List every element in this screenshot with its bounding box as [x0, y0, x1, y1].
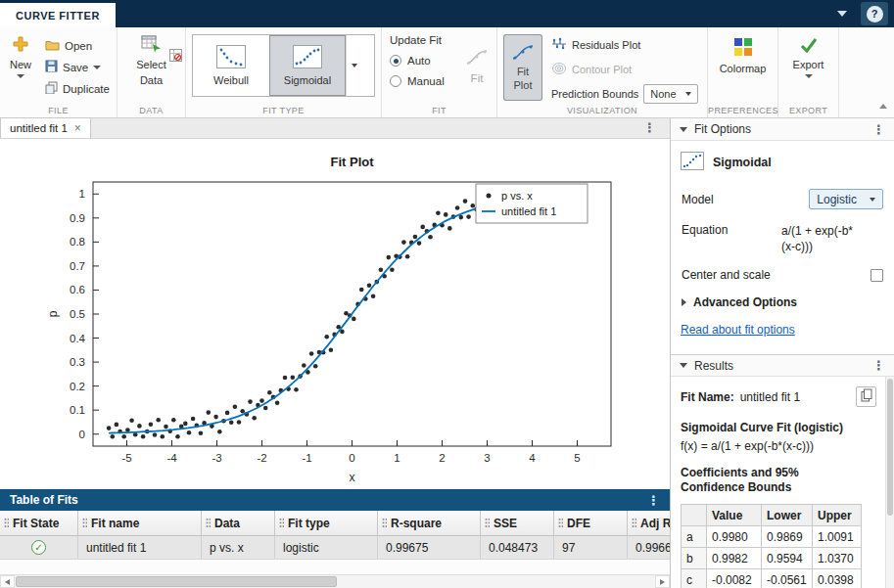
column-header-sse[interactable]: SSE — [481, 511, 554, 535]
svg-text:0: 0 — [349, 452, 354, 464]
fit-plot-panel: Fit Plot-5-4-3-2-101234500.10.20.30.40.5… — [0, 139, 670, 489]
colormap-button[interactable]: Colormap — [714, 34, 772, 78]
table-of-fits-empty-area — [0, 560, 670, 574]
scroll-left-button[interactable] — [0, 575, 15, 588]
drag-handle-icon[interactable] — [632, 518, 636, 528]
fit-plot-canvas: Fit Plot-5-4-3-2-101234500.10.20.30.40.5… — [0, 139, 670, 489]
drag-handle-icon[interactable] — [485, 518, 490, 528]
vertical-scrollbar[interactable] — [885, 377, 894, 588]
fit-plot-toggle[interactable]: Fit Plot — [503, 34, 542, 101]
new-button[interactable]: New — [6, 32, 35, 97]
coef-header-value: Value — [707, 505, 762, 526]
gallery-expand-button[interactable] — [346, 35, 361, 96]
kebab-menu-icon[interactable]: ⋮ — [872, 123, 885, 136]
advanced-options-toggle[interactable]: Advanced Options — [682, 295, 884, 309]
column-header-fit-state[interactable]: Fit State — [0, 511, 78, 535]
residuals-plot-button[interactable]: Residuals Plot — [551, 35, 698, 56]
coefficients-table: Value Lower Upper a 0.9980 0.9869 1.0091… — [681, 504, 862, 588]
collapse-triangle-right-icon — [682, 298, 686, 306]
horizontal-scrollbar[interactable] — [0, 574, 670, 588]
svg-text:1: 1 — [394, 452, 400, 464]
fit-name-value: untitled fit 1 — [740, 390, 800, 404]
right-panel: Fit Options ⋮ Sigmoidal Model Logistic — [670, 118, 894, 588]
svg-text:p: p — [46, 310, 60, 317]
arrow-right-icon — [660, 579, 665, 585]
close-icon[interactable]: × — [74, 121, 81, 135]
select-data-icon — [141, 35, 162, 56]
drag-handle-icon[interactable] — [558, 518, 563, 528]
column-header-dfe[interactable]: DFE — [554, 511, 628, 535]
open-button[interactable]: Open — [45, 37, 110, 54]
drag-handle-icon[interactable] — [279, 518, 284, 528]
contour-plot-button[interactable]: Contour Plot — [551, 60, 698, 80]
fit-options-section-header[interactable]: Fit Options ⋮ — [671, 118, 894, 141]
export-button[interactable]: Export — [784, 34, 832, 81]
curve-fit-title: Sigmoidal Curve Fit (logistic) — [681, 421, 876, 434]
results-section-header[interactable]: Results ⋮ — [671, 354, 894, 377]
fit-curve-icon — [465, 49, 489, 69]
save-button[interactable]: Save — [45, 59, 110, 75]
drag-handle-icon[interactable] — [382, 518, 387, 528]
svg-text:3: 3 — [484, 452, 490, 464]
coef-row-a: a 0.9980 0.9869 1.0091 — [682, 526, 862, 548]
center-and-scale-checkbox[interactable] — [870, 269, 883, 282]
model-dropdown[interactable]: Logistic — [809, 189, 883, 209]
svg-text:2: 2 — [439, 452, 445, 464]
fit-type-sigmoidal[interactable]: Sigmoidal — [269, 35, 346, 96]
tab-curve-fitter-label: CURVE FITTER — [16, 10, 100, 22]
exclusion-rules-icon[interactable] — [169, 49, 182, 65]
coef-header-lower: Lower — [762, 505, 813, 526]
ribbon-group-file: New Open Save — [0, 27, 118, 117]
drag-handle-icon[interactable] — [82, 518, 87, 528]
svg-text:-4: -4 — [166, 452, 177, 464]
table-row[interactable]: ✓ untitled fit 1 p vs. x logistic 0.9967… — [0, 536, 670, 560]
kebab-menu-icon[interactable]: ⋮ — [872, 359, 885, 372]
copy-button[interactable] — [856, 386, 876, 407]
titlebar-caret-icon[interactable] — [837, 11, 847, 17]
cell-fit-name: untitled fit 1 — [78, 536, 202, 559]
drag-handle-icon[interactable] — [206, 518, 211, 528]
svg-text:0.8: 0.8 — [70, 236, 85, 248]
column-header-fit-type[interactable]: Fit type — [275, 511, 378, 535]
column-header-data[interactable]: Data — [202, 511, 275, 535]
contour-plot-icon — [551, 62, 567, 77]
model-label: Model — [682, 193, 714, 206]
scroll-right-button[interactable] — [655, 575, 670, 588]
ribbon-group-fit-type: Weibull Sigmoidal FIT TYPE — [186, 27, 382, 117]
ribbon-group-visualization: Fit Plot Residuals Plot Contour Plot Pre… — [497, 27, 708, 117]
column-header-r-square[interactable]: R-square — [378, 511, 481, 535]
kebab-menu-icon[interactable]: ⋮ — [643, 121, 656, 134]
svg-text:p vs. x: p vs. x — [501, 190, 533, 202]
tab-curve-fitter[interactable]: CURVE FITTER — [0, 3, 116, 27]
svg-text:0.1: 0.1 — [70, 404, 85, 416]
fit-type-weibull[interactable]: Weibull — [193, 35, 269, 96]
duplicate-button[interactable]: Duplicate — [45, 80, 110, 97]
table-of-fits-header-row: Fit State Fit name Data Fit type R-squar… — [0, 511, 670, 536]
collapse-ribbon-icon[interactable] — [879, 104, 887, 109]
prediction-bounds-dropdown[interactable]: None — [643, 84, 697, 104]
svg-text:0.6: 0.6 — [70, 284, 85, 295]
chevron-down-icon — [805, 74, 813, 78]
scrollbar-thumb[interactable] — [887, 379, 893, 516]
svg-text:0.5: 0.5 — [70, 308, 85, 320]
column-header-fit-name[interactable]: Fit name — [78, 511, 202, 535]
document-area: untitled fit 1 × ⋮ Fit Plot-5-4-3-2-1012… — [0, 118, 670, 588]
svg-text:0.4: 0.4 — [70, 333, 86, 344]
ribbon: New Open Save — [0, 27, 894, 118]
fit-button-disabled[interactable]: Fit — [465, 49, 489, 84]
duplicate-icon — [45, 81, 58, 96]
svg-text:0.7: 0.7 — [70, 260, 85, 272]
column-header-adj-r-sq[interactable]: Adj R-sq — [628, 511, 670, 535]
coef-header-blank — [682, 505, 707, 526]
kebab-menu-icon[interactable]: ⋮ — [647, 494, 660, 507]
help-button[interactable]: ? — [861, 2, 888, 25]
svg-text:0.3: 0.3 — [70, 356, 85, 368]
svg-text:0.2: 0.2 — [70, 381, 85, 392]
chevron-down-icon — [93, 66, 101, 69]
document-tab-untitled-fit-1[interactable]: untitled fit 1 × — [0, 117, 91, 138]
read-about-fit-options-link[interactable]: Read about fit options — [681, 323, 795, 337]
cell-r-square: 0.99675 — [378, 536, 481, 559]
scrollbar-thumb[interactable] — [16, 576, 337, 587]
drag-handle-icon[interactable] — [4, 518, 9, 528]
curve-fitter-app: CURVE FITTER ? New Open — [0, 0, 894, 588]
